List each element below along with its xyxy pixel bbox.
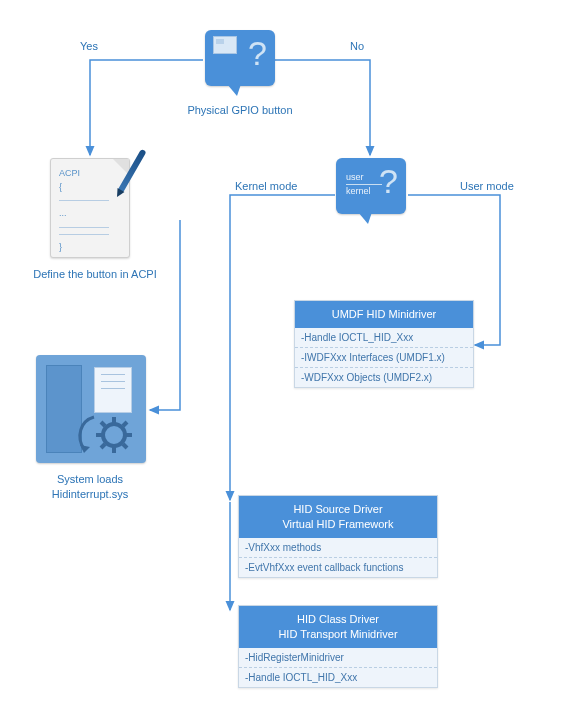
edge-label-kernel-mode: Kernel mode [235,180,297,192]
hid-class-row: -Handle IOCTL_HID_Xxx [239,667,437,687]
hid-class-title-l2: HID Transport Minidriver [278,628,397,640]
umdf-title: UMDF HID Minidriver [295,301,473,328]
decision-physical-gpio: ? [205,30,275,86]
system-loads-caption: System loads Hidinterrupt.sys [30,472,150,503]
acpi-doc-header: ACPI [59,168,80,178]
svg-line-5 [101,422,105,426]
system-loads-caption-l1: System loads [57,473,123,485]
edge-label-yes: Yes [80,40,98,52]
acpi-brace-close: } [59,242,62,252]
edge-label-no: No [350,40,364,52]
hid-class-title: HID Class Driver HID Transport Minidrive… [239,606,437,648]
hid-class-title-l1: HID Class Driver [297,613,379,625]
curved-arrow-icon [74,415,100,455]
gear-icon [94,415,134,455]
svg-point-0 [103,424,125,446]
mode-user-text: user [346,172,382,183]
acpi-brace-open: { [59,182,62,192]
decision-physical-gpio-label: Physical GPIO button [165,104,315,116]
svg-line-7 [123,422,127,426]
vhf-title: HID Source Driver Virtual HID Framework [239,496,437,538]
acpi-document-icon: ACPI { ... } [50,158,130,258]
acpi-caption: Define the button in ACPI [25,268,165,280]
acpi-dots: ... [59,208,67,218]
svg-line-6 [123,444,127,448]
decision-user-kernel: ? user kernel [336,158,406,214]
vhf-row: -VhfXxx methods [239,538,437,557]
umdf-row: -WDFXxx Objects (UMDF2.x) [295,367,473,387]
vhf-box: HID Source Driver Virtual HID Framework … [238,495,438,578]
umdf-minidriver-box: UMDF HID Minidriver -Handle IOCTL_HID_Xx… [294,300,474,388]
vhf-title-l1: HID Source Driver [293,503,382,515]
umdf-row: -IWDFXxx Interfaces (UMDF1.x) [295,347,473,367]
svg-line-8 [101,444,105,448]
umdf-row: -Handle IOCTL_HID_Xxx [295,328,473,347]
system-loads-icon [36,355,146,463]
vhf-title-l2: Virtual HID Framework [282,518,393,530]
mode-kernel-text: kernel [346,186,382,197]
hid-class-row: -HidRegisterMinidriver [239,648,437,667]
edge-label-user-mode: User mode [460,180,514,192]
vhf-row: -EvtVhfXxx event callback functions [239,557,437,577]
question-mark-icon: ? [248,34,267,73]
window-icon [213,36,237,54]
hid-class-box: HID Class Driver HID Transport Minidrive… [238,605,438,688]
system-loads-caption-l2: Hidinterrupt.sys [52,488,128,500]
